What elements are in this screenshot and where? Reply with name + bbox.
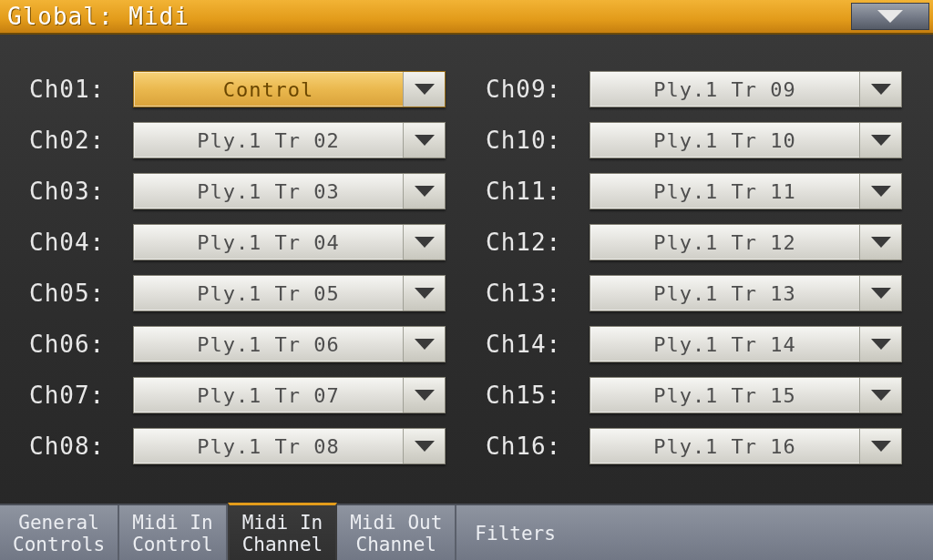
- channel-value: Ply.1 Tr 13: [590, 276, 859, 311]
- channel-value: Ply.1 Tr 08: [134, 429, 403, 463]
- tab-midi-out-channel[interactable]: Midi Out Channel: [337, 505, 456, 560]
- channel-value: Ply.1 Tr 16: [590, 429, 859, 463]
- tab-bar: General Controls Midi In Control Midi In…: [0, 504, 933, 560]
- svg-marker-4: [415, 237, 435, 248]
- channel-select-ch08[interactable]: Ply.1 Tr 08: [133, 428, 446, 464]
- dropdown-arrow: [403, 327, 445, 361]
- svg-marker-0: [877, 10, 903, 23]
- channel-row: Ch14: Ply.1 Tr 14: [482, 324, 902, 364]
- channel-select-ch05[interactable]: Ply.1 Tr 05: [133, 275, 446, 311]
- channel-row: Ch09: Ply.1 Tr 09: [482, 69, 902, 109]
- channel-row: Ch15: Ply.1 Tr 15: [482, 375, 902, 415]
- svg-marker-16: [871, 441, 891, 452]
- chevron-down-icon: [415, 339, 435, 350]
- screen: Global: Midi Ch01: Control Ch02: Ply.1 T…: [0, 0, 933, 560]
- chevron-down-icon: [415, 390, 435, 401]
- page-menu-button[interactable]: [851, 3, 929, 30]
- dropdown-arrow: [859, 276, 901, 311]
- channel-row: Ch12: Ply.1 Tr 12: [482, 222, 902, 262]
- channel-row: Ch06: Ply.1 Tr 06: [26, 324, 446, 364]
- channel-label: Ch01:: [26, 76, 133, 103]
- dropdown-arrow: [859, 174, 901, 209]
- channel-label: Ch12:: [482, 229, 590, 256]
- dropdown-arrow: [859, 378, 901, 412]
- chevron-down-icon: [871, 339, 891, 350]
- svg-marker-11: [871, 186, 891, 197]
- channel-select-ch14[interactable]: Ply.1 Tr 14: [590, 326, 902, 362]
- chevron-down-icon: [871, 84, 891, 95]
- channel-select-ch04[interactable]: Ply.1 Tr 04: [133, 224, 446, 260]
- channel-value: Ply.1 Tr 14: [590, 327, 859, 361]
- channel-row: Ch07: Ply.1 Tr 07: [26, 375, 446, 415]
- chevron-down-icon: [415, 237, 435, 248]
- channel-column-right: Ch09: Ply.1 Tr 09 Ch10: Ply.1 Tr 10 Ch11…: [482, 69, 902, 487]
- svg-marker-5: [415, 288, 435, 299]
- dropdown-arrow: [403, 174, 445, 209]
- svg-marker-6: [415, 339, 435, 350]
- channel-label: Ch13:: [482, 280, 590, 307]
- channel-label: Ch11:: [482, 178, 590, 205]
- tab-general-controls[interactable]: General Controls: [0, 505, 119, 560]
- chevron-down-icon: [415, 441, 435, 452]
- channel-label: Ch10:: [482, 127, 590, 154]
- tab-midi-in-channel[interactable]: Midi In Channel: [228, 503, 338, 560]
- dropdown-arrow: [859, 429, 901, 463]
- svg-marker-15: [871, 390, 891, 401]
- channel-select-ch03[interactable]: Ply.1 Tr 03: [133, 173, 446, 209]
- svg-marker-3: [415, 186, 435, 197]
- chevron-down-icon: [871, 441, 891, 452]
- svg-marker-9: [871, 84, 891, 95]
- channel-select-ch10[interactable]: Ply.1 Tr 10: [590, 122, 902, 158]
- channel-value: Ply.1 Tr 12: [590, 225, 859, 260]
- dropdown-arrow: [859, 123, 901, 158]
- tab-filters[interactable]: Filters: [456, 505, 933, 560]
- channel-label: Ch05:: [26, 280, 133, 307]
- channel-row: Ch13: Ply.1 Tr 13: [482, 273, 902, 313]
- channel-value: Ply.1 Tr 15: [590, 378, 859, 412]
- channel-row: Ch16: Ply.1 Tr 16: [482, 426, 902, 466]
- channel-label: Ch07:: [26, 382, 133, 409]
- svg-marker-14: [871, 339, 891, 350]
- channel-row: Ch04: Ply.1 Tr 04: [26, 222, 446, 262]
- dropdown-arrow: [859, 327, 901, 361]
- channel-value: Ply.1 Tr 04: [134, 225, 403, 260]
- channel-select-ch02[interactable]: Ply.1 Tr 02: [133, 122, 446, 158]
- svg-marker-12: [871, 237, 891, 248]
- svg-marker-13: [871, 288, 891, 299]
- channel-value: Control: [134, 72, 403, 107]
- dropdown-arrow: [403, 123, 445, 158]
- chevron-down-icon: [871, 186, 891, 197]
- chevron-down-icon: [871, 135, 891, 146]
- channel-value: Ply.1 Tr 07: [134, 378, 403, 412]
- channel-select-ch13[interactable]: Ply.1 Tr 13: [590, 275, 902, 311]
- chevron-down-icon: [415, 186, 435, 197]
- channel-select-ch15[interactable]: Ply.1 Tr 15: [590, 377, 902, 413]
- channel-value: Ply.1 Tr 02: [134, 123, 403, 158]
- chevron-down-icon: [415, 84, 435, 95]
- dropdown-arrow: [859, 225, 901, 260]
- channel-select-ch12[interactable]: Ply.1 Tr 12: [590, 224, 902, 260]
- chevron-down-icon: [877, 10, 903, 23]
- channel-value: Ply.1 Tr 10: [590, 123, 859, 158]
- page-title: Global: Midi: [7, 3, 190, 30]
- tab-midi-in-control[interactable]: Midi In Control: [119, 505, 228, 560]
- channel-select-ch11[interactable]: Ply.1 Tr 11: [590, 173, 902, 209]
- svg-marker-8: [415, 441, 435, 452]
- channel-label: Ch04:: [26, 229, 133, 256]
- chevron-down-icon: [415, 135, 435, 146]
- chevron-down-icon: [871, 237, 891, 248]
- chevron-down-icon: [415, 288, 435, 299]
- channel-label: Ch09:: [482, 76, 590, 103]
- channel-select-ch06[interactable]: Ply.1 Tr 06: [133, 326, 446, 362]
- channel-label: Ch02:: [26, 127, 133, 154]
- channel-select-ch16[interactable]: Ply.1 Tr 16: [590, 428, 902, 464]
- channel-label: Ch14:: [482, 331, 590, 358]
- channel-select-ch01[interactable]: Control: [133, 71, 446, 107]
- channel-row: Ch08: Ply.1 Tr 08: [26, 426, 446, 466]
- svg-marker-10: [871, 135, 891, 146]
- channel-row: Ch10: Ply.1 Tr 10: [482, 120, 902, 160]
- channel-row: Ch05: Ply.1 Tr 05: [26, 273, 446, 313]
- channel-select-ch09[interactable]: Ply.1 Tr 09: [590, 71, 902, 107]
- chevron-down-icon: [871, 390, 891, 401]
- channel-select-ch07[interactable]: Ply.1 Tr 07: [133, 377, 446, 413]
